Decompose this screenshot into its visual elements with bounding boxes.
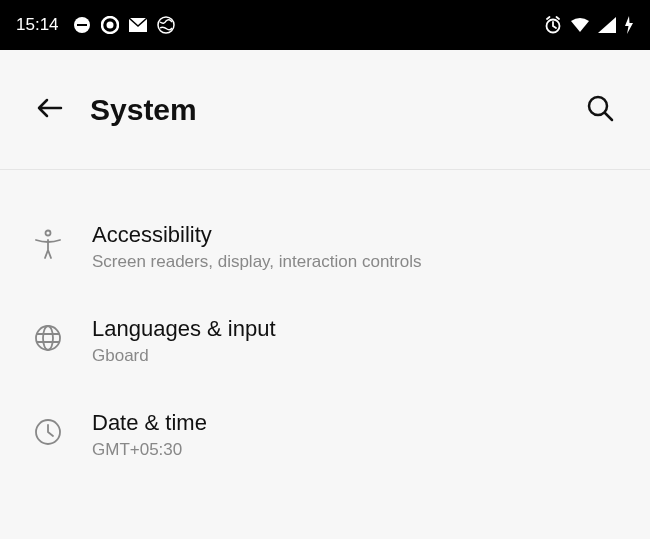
item-date-time[interactable]: Date & time GMT+05:30 bbox=[0, 388, 650, 482]
status-bar: 15:14 bbox=[0, 0, 650, 50]
settings-list: Accessibility Screen readers, display, i… bbox=[0, 170, 650, 512]
item-text: Date & time GMT+05:30 bbox=[92, 410, 620, 460]
search-icon bbox=[585, 93, 615, 127]
svg-point-3 bbox=[106, 22, 113, 29]
item-subtitle: Gboard bbox=[92, 346, 620, 366]
app-bar: System bbox=[0, 50, 650, 170]
svg-rect-1 bbox=[77, 24, 87, 26]
status-left: 15:14 bbox=[16, 15, 175, 35]
back-arrow-icon bbox=[35, 93, 65, 127]
svg-point-5 bbox=[158, 17, 174, 33]
signal-icon bbox=[598, 17, 616, 33]
item-subtitle: GMT+05:30 bbox=[92, 440, 620, 460]
globe-icon bbox=[30, 320, 66, 356]
page-title: System bbox=[90, 93, 580, 127]
wifi-icon bbox=[570, 17, 590, 33]
status-right bbox=[544, 16, 634, 34]
svg-point-8 bbox=[46, 231, 51, 236]
svg-point-9 bbox=[36, 326, 60, 350]
svg-point-10 bbox=[43, 326, 53, 350]
back-button[interactable] bbox=[30, 90, 70, 130]
circle-icon bbox=[101, 16, 119, 34]
clock-time: 15:14 bbox=[16, 15, 59, 35]
item-title: Date & time bbox=[92, 410, 620, 436]
item-title: Languages & input bbox=[92, 316, 620, 342]
item-languages-input[interactable]: Languages & input Gboard bbox=[0, 294, 650, 388]
notification-icon bbox=[73, 16, 91, 34]
item-subtitle: Screen readers, display, interaction con… bbox=[92, 252, 620, 272]
clock-icon bbox=[30, 414, 66, 450]
mail-icon bbox=[129, 18, 147, 32]
item-text: Accessibility Screen readers, display, i… bbox=[92, 222, 620, 272]
item-accessibility[interactable]: Accessibility Screen readers, display, i… bbox=[0, 200, 650, 294]
globe-icon bbox=[157, 16, 175, 34]
accessibility-icon bbox=[30, 226, 66, 262]
alarm-icon bbox=[544, 16, 562, 34]
item-text: Languages & input Gboard bbox=[92, 316, 620, 366]
search-button[interactable] bbox=[580, 90, 620, 130]
item-title: Accessibility bbox=[92, 222, 620, 248]
charging-icon bbox=[624, 16, 634, 34]
